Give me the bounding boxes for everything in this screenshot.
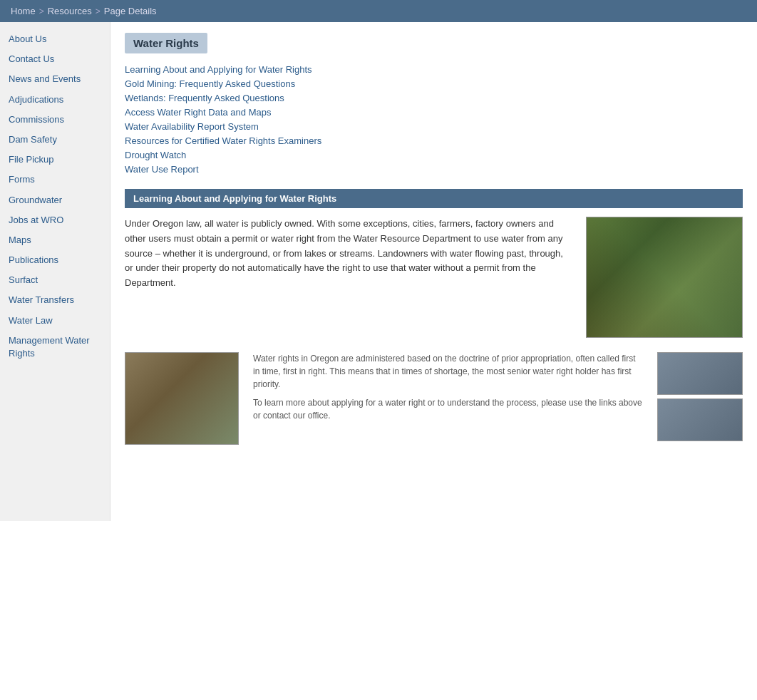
quick-link-item: Water Availability Report System bbox=[125, 121, 743, 132]
quick-link-item: Resources for Certified Water Rights Exa… bbox=[125, 135, 743, 146]
main-content: Water Rights Learning About and Applying… bbox=[110, 22, 757, 521]
sidebar-item-about-us[interactable]: About Us bbox=[0, 29, 110, 49]
sidebar-item-water-law[interactable]: Water Law bbox=[0, 311, 110, 331]
water-image bbox=[586, 217, 743, 338]
bottom-images-right bbox=[657, 352, 743, 445]
quick-link-item: Learning About and Applying for Water Ri… bbox=[125, 64, 743, 75]
sidebar-item-publications[interactable]: Publications bbox=[0, 250, 110, 270]
quick-links-list: Learning About and Applying for Water Ri… bbox=[125, 64, 743, 175]
bottom-text: Water rights in Oregon are administered … bbox=[253, 352, 643, 445]
quick-link-item: Gold Mining: Frequently Asked Questions bbox=[125, 78, 743, 89]
sidebar-item-dam-safety[interactable]: Dam Safety bbox=[0, 130, 110, 150]
sidebar-item-surface[interactable]: Surfact bbox=[0, 270, 110, 290]
footer-text2: To learn more about applying for a water… bbox=[253, 396, 643, 422]
learning-link[interactable]: Learning About and Applying for Water Ri… bbox=[125, 64, 312, 75]
sidebar-item-groundwater[interactable]: Groundwater bbox=[0, 190, 110, 210]
breadcrumb-sep2: > bbox=[96, 6, 101, 16]
top-navigation: Home > Resources > Page Details bbox=[0, 0, 757, 22]
drought-link[interactable]: Drought Watch bbox=[125, 150, 186, 160]
sidebar-item-water-rights[interactable]: Management Water Rights bbox=[0, 331, 110, 364]
thumb-image-2 bbox=[657, 398, 743, 441]
sidebar-item-adjudications[interactable]: Adjudications bbox=[0, 90, 110, 110]
content-body: Under Oregon law, all water is publicly … bbox=[125, 217, 743, 338]
sidebar-item-water-transfers[interactable]: Water Transfers bbox=[0, 290, 110, 310]
thumb-image-1 bbox=[657, 352, 743, 395]
quick-link-item: Drought Watch bbox=[125, 150, 743, 160]
breadcrumb-home[interactable]: Home bbox=[11, 6, 36, 16]
main-layout: About Us Contact Us News and Events Adju… bbox=[0, 22, 757, 521]
sidebar: About Us Contact Us News and Events Adju… bbox=[0, 22, 110, 521]
quick-link-item: Wetlands: Frequently Asked Questions bbox=[125, 93, 743, 103]
sidebar-item-file-pickup[interactable]: File Pickup bbox=[0, 150, 110, 170]
water-use-link[interactable]: Water Use Report bbox=[125, 164, 199, 175]
breadcrumb: Home > Resources > Page Details bbox=[11, 6, 157, 16]
section-header: Learning About and Applying for Water Ri… bbox=[125, 189, 743, 208]
sidebar-item-contact-us[interactable]: Contact Us bbox=[0, 49, 110, 69]
breadcrumb-page[interactable]: Page Details bbox=[104, 6, 157, 16]
breadcrumb-resources[interactable]: Resources bbox=[48, 6, 92, 16]
access-data-link[interactable]: Access Water Right Data and Maps bbox=[125, 107, 271, 118]
sidebar-item-maps[interactable]: Maps bbox=[0, 230, 110, 250]
page-title: Water Rights bbox=[125, 33, 207, 53]
bottom-section: Water rights in Oregon are administered … bbox=[125, 352, 743, 445]
sidebar-item-commissions[interactable]: Commissions bbox=[0, 110, 110, 130]
resources-link[interactable]: Resources for Certified Water Rights Exa… bbox=[125, 135, 321, 146]
sidebar-item-forms[interactable]: Forms bbox=[0, 170, 110, 190]
breadcrumb-sep1: > bbox=[39, 6, 44, 16]
availability-link[interactable]: Water Availability Report System bbox=[125, 121, 259, 132]
body-text: Under Oregon law, all water is publicly … bbox=[125, 217, 572, 338]
sidebar-item-news-events[interactable]: News and Events bbox=[0, 69, 110, 89]
gold-mining-link[interactable]: Gold Mining: Frequently Asked Questions bbox=[125, 78, 295, 89]
quick-link-item: Water Use Report bbox=[125, 164, 743, 175]
wetlands-link[interactable]: Wetlands: Frequently Asked Questions bbox=[125, 93, 284, 103]
sidebar-item-jobs-wro[interactable]: Jobs at WRO bbox=[0, 210, 110, 230]
bottom-image-left bbox=[125, 352, 239, 445]
quick-link-item: Access Water Right Data and Maps bbox=[125, 107, 743, 118]
footer-text1: Water rights in Oregon are administered … bbox=[253, 352, 643, 391]
